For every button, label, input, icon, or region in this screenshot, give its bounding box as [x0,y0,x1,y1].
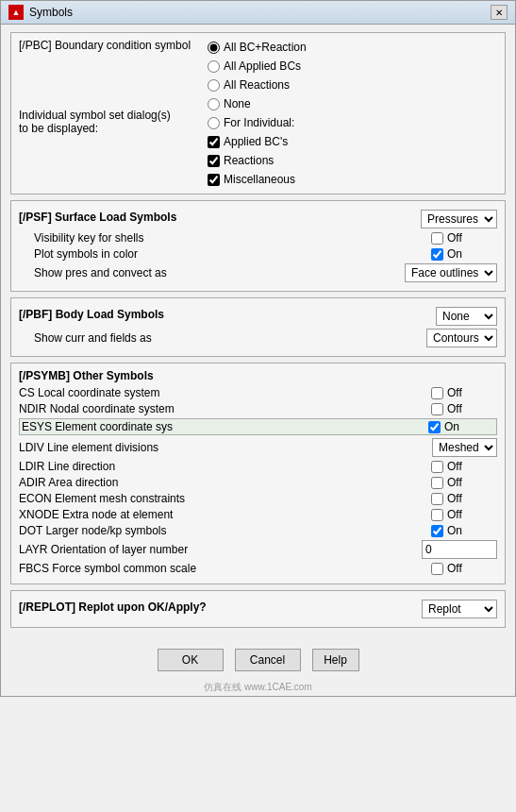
window-title: Symbols [29,6,73,19]
dialog-footer: OK Cancel Help [1,641,515,681]
psf-title: [/PSF] Surface Load Symbols [19,211,421,224]
watermark: 仿真在线 www.1CAE.com [1,681,515,696]
psymb-ldiv-dropdown[interactable]: Meshed None All [432,438,497,457]
psymb-adir-row: ADIR Area direction Off [19,476,497,489]
psf-title-row: [/PSF] Surface Load Symbols Pressures No… [19,210,497,228]
radio-all-reactions[interactable]: All Reactions [208,78,497,92]
psf-visibility-check[interactable] [431,232,443,245]
psymb-layr-label: LAYR Orientation of layer number [19,543,422,556]
pbc-section: [/PBC] Boundary condition symbol Individ… [10,32,506,195]
app-icon: ▲ [8,5,24,20]
radio-label-all-applied-bcs: All Applied BCs [224,59,301,73]
psymb-ldiv-row: LDIV Line element divisions Meshed None … [19,438,497,457]
replot-label: [/REPLOT] Replot upon OK/Apply? [19,601,422,614]
pbc-left-label1: Individual symbol set dialog(s) [19,109,208,122]
psymb-fbcs-label: FBCS Force symbol common scale [19,562,431,575]
pbc-title: [/PBC] Boundary condition symbol [19,39,208,52]
psymb-cs-value: Off [447,386,462,399]
pbf-fields-dropdown[interactable]: Contours Arrows None [426,329,497,347]
ok-button[interactable]: OK [158,649,224,671]
title-bar: ▲ Symbols ✕ [1,1,515,25]
radio-label-all-bc-reaction: All BC+Reaction [224,41,307,54]
radio-for-individual[interactable]: For Individual: [208,116,497,129]
psymb-dot-row: DOT Larger node/kp symbols On [19,524,497,537]
check-applied-bcs[interactable]: Applied BC's [208,135,497,148]
psymb-esys-value: On [444,420,459,433]
radio-all-applied-bcs[interactable]: All Applied BCs [208,59,497,73]
check-reactions[interactable]: Reactions [208,154,497,167]
psymb-adir-check[interactable] [431,477,443,489]
psf-color-row: Plot symbols in color On [19,247,497,261]
psymb-ndir-label: NDIR Nodal coordinate system [19,402,431,415]
psymb-dot-check[interactable] [431,525,443,537]
radio-none[interactable]: None [208,97,497,110]
psymb-econ-value: Off [447,492,462,505]
psymb-fbcs-value: Off [447,562,462,575]
psymb-cs-label: CS Local coordinate system [19,386,431,399]
pbc-left-label2: to be displayed: [19,122,208,135]
pbf-main-dropdown[interactable]: None All Gravity [436,307,497,326]
psymb-dot-label: DOT Larger node/kp symbols [19,524,431,537]
psymb-esys-label: ESYS Element coordinate sys [22,420,428,433]
psymb-econ-row: ECON Element mesh constraints Off [19,492,497,505]
psymb-esys-row: ESYS Element coordinate sys On [19,418,497,435]
psf-pres-label: Show pres and convect as [34,266,405,279]
check-label-applied-bcs: Applied BC's [224,135,288,148]
pbf-title: [/PBF] Body Load Symbols [19,308,436,321]
psymb-xnode-value: Off [447,508,462,521]
symbols-dialog: ▲ Symbols ✕ [/PBC] Boundary condition sy… [0,0,516,697]
psf-color-value: On [447,247,462,261]
psf-visibility-value: Off [447,231,462,245]
pbf-fields-row: Show curr and fields as Contours Arrows … [19,329,497,347]
psymb-layr-row: LAYR Orientation of layer number [19,540,497,559]
psymb-ldiv-label: LDIV Line element divisions [19,441,432,454]
pbf-title-row: [/PBF] Body Load Symbols None All Gravit… [19,307,497,326]
psymb-section: [/PSYMB] Other Symbols CS Local coordina… [10,363,506,584]
psymb-ldir-check[interactable] [431,461,443,473]
psymb-econ-label: ECON Element mesh constraints [19,492,431,505]
check-label-reactions: Reactions [224,154,274,167]
psymb-adir-value: Off [447,476,462,489]
psymb-ldir-row: LDIR Line direction Off [19,460,497,473]
psymb-ndir-row: NDIR Nodal coordinate system Off [19,402,497,415]
cancel-button[interactable]: Cancel [235,649,301,671]
psymb-ldir-label: LDIR Line direction [19,460,431,473]
psf-visibility-row: Visibility key for shells Off [19,231,497,245]
psymb-xnode-label: XNODE Extra node at element [19,508,431,521]
psymb-xnode-row: XNODE Extra node at element Off [19,508,497,521]
radio-all-bc-reaction[interactable]: All BC+Reaction [208,41,497,54]
close-button[interactable]: ✕ [491,5,508,20]
replot-section: [/REPLOT] Replot upon OK/Apply? Replot N… [10,590,506,628]
psymb-title: [/PSYMB] Other Symbols [19,369,497,382]
psf-visibility-label: Visibility key for shells [34,231,431,245]
psymb-layr-input[interactable] [422,540,497,559]
radio-label-none: None [224,97,251,110]
dialog-content: [/PBC] Boundary condition symbol Individ… [1,25,515,641]
psymb-esys-check[interactable] [428,421,441,433]
psf-section: [/PSF] Surface Load Symbols Pressures No… [10,200,506,292]
psymb-xnode-check[interactable] [431,509,443,521]
psymb-fbcs-check[interactable] [431,563,443,575]
radio-label-all-reactions: All Reactions [224,78,290,92]
pbf-fields-label: Show curr and fields as [34,331,426,345]
replot-dropdown[interactable]: Replot No Replot Prompt [422,600,497,618]
psymb-ndir-value: Off [447,402,462,415]
psf-pres-row: Show pres and convect as Face outlines A… [19,263,497,282]
psf-color-label: Plot symbols in color [34,247,431,261]
check-miscellaneous[interactable]: Miscellaneous [208,173,497,186]
check-label-miscellaneous: Miscellaneous [224,173,295,186]
radio-label-for-individual: For Individual: [224,116,294,129]
psymb-ndir-check[interactable] [431,403,443,415]
replot-row: [/REPLOT] Replot upon OK/Apply? Replot N… [19,600,497,618]
psf-pres-dropdown[interactable]: Face outlines Arrows Contours [405,263,497,282]
psymb-econ-check[interactable] [431,493,443,505]
help-button[interactable]: Help [312,649,359,671]
psymb-cs-row: CS Local coordinate system Off [19,386,497,399]
psf-main-dropdown[interactable]: Pressures None All [421,210,497,228]
psymb-fbcs-row: FBCS Force symbol common scale Off [19,562,497,575]
psymb-cs-check[interactable] [431,387,443,399]
psymb-dot-value: On [447,524,462,537]
psf-color-check[interactable] [431,248,443,261]
pbf-section: [/PBF] Body Load Symbols None All Gravit… [10,297,506,357]
psymb-ldir-value: Off [447,460,462,473]
